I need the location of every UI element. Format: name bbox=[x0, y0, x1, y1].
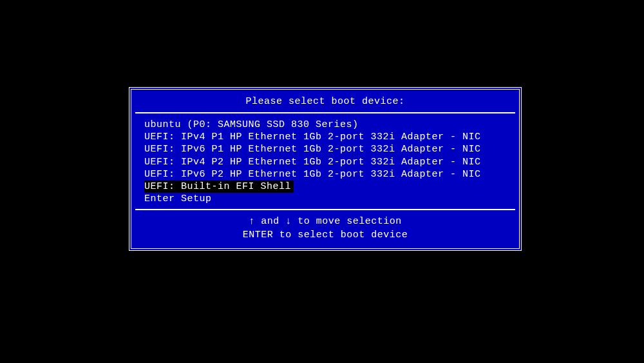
boot-device-4[interactable]: UEFI: IPv6 P2 HP Ethernet 1Gb 2-port 332… bbox=[144, 168, 506, 181]
boot-device-2[interactable]: UEFI: IPv6 P1 HP Ethernet 1Gb 2-port 332… bbox=[144, 143, 506, 155]
boot-device-1[interactable]: UEFI: IPv4 P1 HP Ethernet 1Gb 2-port 332… bbox=[144, 131, 506, 143]
arrow-down-icon: ↓ bbox=[285, 215, 292, 228]
boot-device-0[interactable]: ubuntu (P0: SAMSUNG SSD 830 Series) bbox=[144, 119, 506, 131]
boot-device-dialog: Please select boot device: ubuntu (P0: S… bbox=[129, 87, 522, 251]
boot-device-3[interactable]: UEFI: IPv4 P2 HP Ethernet 1Gb 2-port 332… bbox=[144, 156, 506, 168]
hint-and: and bbox=[255, 216, 286, 227]
hint-line-1: ↑ and ↓ to move selection bbox=[135, 215, 515, 228]
boot-device-6[interactable]: Enter Setup bbox=[144, 193, 506, 205]
navigation-hints: ↑ and ↓ to move selection ENTER to selec… bbox=[135, 209, 515, 248]
arrow-up-icon: ↑ bbox=[249, 215, 255, 228]
boot-device-list[interactable]: ubuntu (P0: SAMSUNG SSD 830 Series)UEFI:… bbox=[131, 113, 519, 209]
boot-device-5[interactable]: UEFI: Built-in EFI Shell bbox=[144, 181, 294, 193]
hint-line-2: ENTER to select boot device bbox=[135, 229, 515, 242]
dialog-title: Please select boot device: bbox=[135, 90, 515, 113]
hint-move: to move selection bbox=[292, 216, 402, 227]
